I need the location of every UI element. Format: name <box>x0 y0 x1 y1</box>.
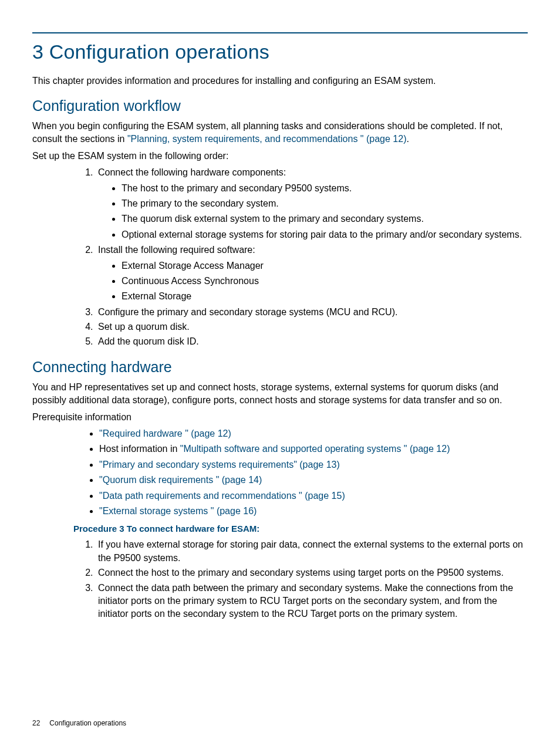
section-connecting-hardware: Connecting hardware <box>32 357 528 377</box>
workflow-step-1: Connect the following hardware component… <box>96 166 528 241</box>
step2-bullet: Continuous Access Synchronous <box>122 275 528 288</box>
prereq-pre: Host information in <box>99 444 180 454</box>
workflow-para2: Set up the ESAM system in the following … <box>32 150 528 163</box>
top-rule <box>32 32 528 33</box>
workflow-step-2-text: Install the following required software: <box>98 245 255 255</box>
procedure-step: Connect the data path between the primar… <box>96 582 528 621</box>
procedure-step: Connect the host to the primary and seco… <box>96 566 528 579</box>
step2-bullets: External Storage Access Manager Continuo… <box>98 259 528 303</box>
step1-bullets: The host to the primary and secondary P9… <box>98 182 528 242</box>
section-config-workflow: Configuration workflow <box>32 96 528 116</box>
workflow-para1-text-b: . <box>406 134 409 144</box>
chapter-intro: This chapter provides information and pr… <box>32 75 528 87</box>
prereq-bullet: "Quorum disk requirements " (page 14) <box>99 474 528 487</box>
procedure-step: If you have external storage for storing… <box>96 538 528 565</box>
procedure-3-steps: If you have external storage for storing… <box>73 538 528 620</box>
link-data-path[interactable]: "Data path requirements and recommendati… <box>99 491 345 501</box>
connecting-prereq-label: Prerequisite information <box>32 411 528 424</box>
step1-bullet: The primary to the secondary system. <box>122 197 528 210</box>
link-primary-secondary[interactable]: "Primary and secondary systems requireme… <box>99 460 340 470</box>
link-planning[interactable]: "Planning, system requirements, and reco… <box>127 134 407 144</box>
prereq-bullet: Host information in "Multipath software … <box>99 443 528 455</box>
workflow-step-1-text: Connect the following hardware component… <box>98 167 286 177</box>
prereq-bullet: "Data path requirements and recommendati… <box>99 490 528 502</box>
prereq-bullet: "Primary and secondary systems requireme… <box>99 458 528 471</box>
connecting-para1: You and HP representatives set up and co… <box>32 381 528 407</box>
workflow-step-2: Install the following required software:… <box>96 244 528 303</box>
procedure-3-title: Procedure 3 To connect hardware for ESAM… <box>73 522 528 535</box>
workflow-step-5: Add the quorum disk ID. <box>96 335 528 348</box>
step2-bullet: External Storage Access Manager <box>122 259 528 272</box>
footer-label: Configuration operations <box>49 719 126 727</box>
link-multipath[interactable]: "Multipath software and supported operat… <box>180 444 450 454</box>
prereq-bullet: "Required hardware " (page 12) <box>99 427 528 440</box>
workflow-step-3: Configure the primary and secondary stor… <box>96 306 528 319</box>
step1-bullet: The quorum disk external system to the p… <box>122 212 528 225</box>
workflow-step-4: Set up a quorum disk. <box>96 320 528 333</box>
chapter-title: 3 Configuration operations <box>32 38 528 66</box>
step1-bullet: The host to the primary and secondary P9… <box>122 182 528 195</box>
page-footer: 22Configuration operations <box>32 718 126 728</box>
link-required-hardware[interactable]: "Required hardware " (page 12) <box>99 428 231 438</box>
page-number: 22 <box>32 719 40 727</box>
link-external-storage[interactable]: "External storage systems " (page 16) <box>99 506 257 516</box>
step1-bullet: Optional external storage systems for st… <box>122 228 528 241</box>
prereq-bullets: "Required hardware " (page 12) Host info… <box>85 427 528 518</box>
prereq-bullet: "External storage systems " (page 16) <box>99 505 528 518</box>
workflow-para1: When you begin configuring the ESAM syst… <box>32 120 528 146</box>
step2-bullet: External Storage <box>122 290 528 303</box>
link-quorum[interactable]: "Quorum disk requirements " (page 14) <box>99 475 262 485</box>
workflow-steps: Connect the following hardware component… <box>73 166 528 349</box>
